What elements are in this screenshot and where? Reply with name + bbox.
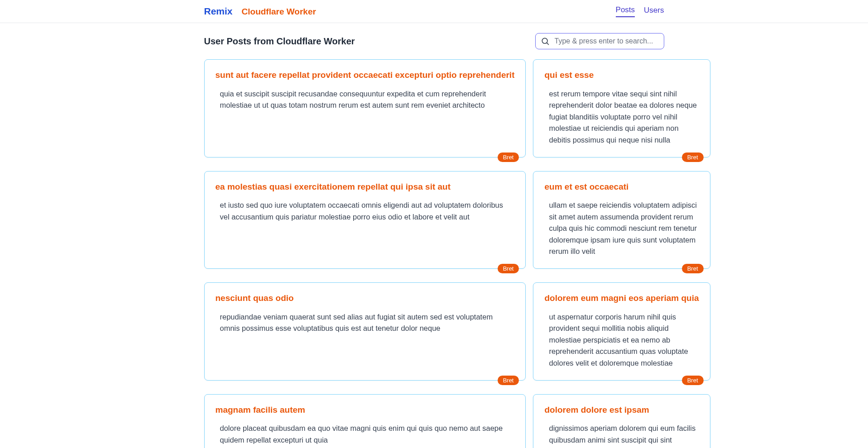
search-input[interactable] (535, 33, 664, 49)
post-title: dolorem dolore est ipsam (544, 405, 699, 416)
post-card[interactable]: eum et est occaecatiullam et saepe reici… (533, 171, 710, 269)
post-card[interactable]: qui est esseest rerum tempore vitae sequ… (533, 59, 710, 157)
search-wrap (535, 33, 664, 49)
post-body: et iusto sed quo iure voluptatem occaeca… (216, 200, 515, 223)
brand-subtitle: Cloudflare Worker (242, 7, 316, 17)
author-badge[interactable]: Bret (498, 376, 519, 385)
post-card[interactable]: dolorem eum magni eos aperiam quiaut asp… (533, 282, 710, 381)
post-title: magnam facilis autem (216, 405, 515, 416)
author-badge[interactable]: Bret (682, 153, 704, 162)
brand-remix-link[interactable]: Remix (204, 6, 233, 17)
post-card[interactable]: ea molestias quasi exercitationem repell… (204, 171, 526, 269)
app-header: Remix Cloudflare Worker Posts Users (0, 0, 868, 23)
nav-users[interactable]: Users (644, 6, 664, 17)
post-title: sunt aut facere repellat provident occae… (216, 70, 515, 81)
nav-posts[interactable]: Posts (616, 5, 635, 17)
post-card[interactable]: magnam facilis autemdolore placeat quibu… (204, 394, 526, 448)
post-title: dolorem eum magni eos aperiam quia (544, 293, 699, 304)
post-title: qui est esse (544, 70, 699, 81)
post-body: ut aspernatur corporis harum nihil quis … (544, 311, 699, 369)
post-title: eum et est occaecati (544, 181, 699, 193)
post-title: nesciunt quas odio (216, 293, 515, 304)
page-top-row: User Posts from Cloudflare Worker (204, 33, 664, 49)
main-nav: Posts Users (616, 5, 664, 17)
post-body: dignissimos aperiam dolorem qui eum faci… (544, 423, 699, 448)
post-body: dolore placeat quibusdam ea quo vitae ma… (216, 423, 515, 446)
posts-grid: sunt aut facere repellat provident occae… (204, 59, 664, 448)
post-body: ullam et saepe reiciendis voluptatem adi… (544, 200, 699, 257)
brand: Remix Cloudflare Worker (204, 6, 316, 17)
author-badge[interactable]: Bret (682, 376, 704, 385)
post-body: repudiandae veniam quaerat sunt sed alia… (216, 311, 515, 334)
post-card[interactable]: dolorem dolore est ipsamdignissimos aper… (533, 394, 710, 448)
post-body: quia et suscipit suscipit recusandae con… (216, 88, 515, 111)
author-badge[interactable]: Bret (498, 264, 519, 273)
main-content: User Posts from Cloudflare Worker sunt a… (204, 33, 664, 448)
post-card[interactable]: sunt aut facere repellat provident occae… (204, 59, 526, 157)
author-badge[interactable]: Bret (498, 153, 519, 162)
post-card[interactable]: nesciunt quas odiorepudiandae veniam qua… (204, 282, 526, 381)
author-badge[interactable]: Bret (682, 264, 704, 273)
page-title: User Posts from Cloudflare Worker (204, 36, 355, 47)
post-body: est rerum tempore vitae sequi sint nihil… (544, 88, 699, 146)
post-title: ea molestias quasi exercitationem repell… (216, 181, 515, 193)
